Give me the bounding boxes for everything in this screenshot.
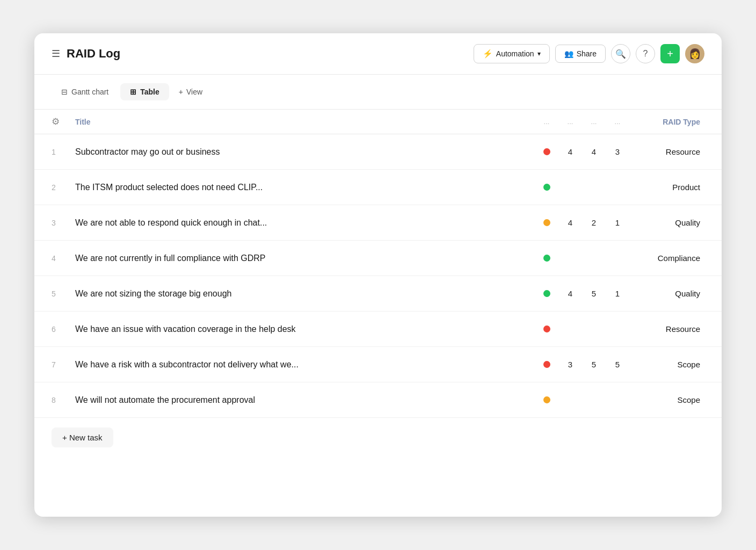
table-row[interactable]: 6 We have an issue with vacation coverag…: [34, 312, 722, 347]
row-number: 7: [52, 360, 75, 369]
row-val-1: 3: [558, 360, 582, 369]
bolt-icon: ⚡: [483, 49, 493, 59]
plus-icon: +: [667, 48, 673, 60]
share-button[interactable]: 👥 Share: [555, 45, 606, 63]
row-number: 4: [52, 254, 75, 263]
column-title: Title: [75, 118, 535, 126]
settings-icon[interactable]: ⚙: [52, 116, 75, 127]
row-title: We are not currently in full compliance …: [75, 254, 535, 263]
row-raid-type: Scope: [629, 360, 704, 369]
table-header: ⚙ Title ... ... ... ... RAID Type: [34, 110, 722, 134]
tab-table-label: Table: [140, 88, 159, 96]
row-number: 8: [52, 396, 75, 404]
row-status-dot: [535, 255, 558, 262]
table-row[interactable]: 2 The ITSM product selected does not nee…: [34, 170, 722, 205]
row-status-dot: [535, 148, 558, 155]
row-val-2: 5: [582, 289, 606, 298]
row-val-1: 4: [558, 218, 582, 227]
share-label: Share: [577, 49, 597, 58]
table-row[interactable]: 5 We are not sizing the storage big enou…: [34, 276, 722, 312]
row-number: 6: [52, 325, 75, 334]
tab-gantt-chart[interactable]: ⊟ Gantt chart: [52, 83, 118, 100]
status-indicator: [543, 290, 550, 297]
header: ☰ RAID Log ⚡ Automation ▾ 👥 Share 🔍 ? +: [34, 33, 722, 75]
header-left: ☰ RAID Log: [52, 47, 465, 61]
tab-gantt-label: Gantt chart: [71, 88, 108, 96]
table-row[interactable]: 4 We are not currently in full complianc…: [34, 241, 722, 276]
status-indicator: [543, 325, 550, 332]
row-val-2: 2: [582, 218, 606, 227]
row-title: We are not sizing the storage big enough: [75, 289, 535, 299]
row-val-3: 3: [606, 147, 629, 156]
add-view-button[interactable]: + View: [171, 83, 210, 100]
column-dots-2: ...: [558, 118, 582, 126]
column-raid-type: RAID Type: [629, 118, 704, 126]
row-title: Subcontractor may go out or business: [75, 147, 535, 157]
status-indicator: [543, 396, 550, 403]
row-title: We have an issue with vacation coverage …: [75, 324, 535, 334]
table-row[interactable]: 1 Subcontractor may go out or business 4…: [34, 134, 722, 170]
table-row[interactable]: 8 We will not automate the procurement a…: [34, 382, 722, 418]
table-area: ⚙ Title ... ... ... ... RAID Type 1 Subc…: [34, 110, 722, 460]
row-title: The ITSM product selected does not need …: [75, 183, 535, 192]
row-status-dot: [535, 219, 558, 226]
tabs-bar: ⊟ Gantt chart ⊞ Table + View: [34, 75, 722, 110]
chevron-down-icon: ▾: [537, 50, 541, 57]
row-val-3: 5: [606, 360, 629, 369]
status-indicator: [543, 148, 550, 155]
tab-view-label: View: [186, 88, 202, 96]
row-title: We have a risk with a subcontractor not …: [75, 360, 535, 370]
row-raid-type: Compliance: [629, 254, 704, 263]
new-task-button[interactable]: + New task: [52, 428, 113, 447]
row-number: 5: [52, 290, 75, 298]
table-row[interactable]: 3 We are not able to respond quick enoug…: [34, 205, 722, 241]
help-button[interactable]: ?: [636, 44, 655, 63]
row-title: We will not automate the procurement app…: [75, 395, 535, 405]
row-raid-type: Resource: [629, 147, 704, 156]
automation-label: Automation: [496, 49, 534, 58]
row-status-dot: [535, 396, 558, 403]
gantt-icon: ⊟: [61, 88, 68, 96]
row-status-dot: [535, 325, 558, 332]
search-icon: 🔍: [615, 49, 626, 59]
automation-button[interactable]: ⚡ Automation ▾: [474, 44, 550, 63]
page-title: RAID Log: [67, 47, 120, 61]
avatar[interactable]: 👩: [685, 44, 704, 63]
row-val-1: 4: [558, 289, 582, 298]
row-raid-type: Quality: [629, 289, 704, 298]
row-title: We are not able to respond quick enough …: [75, 218, 535, 228]
menu-icon[interactable]: ☰: [52, 48, 60, 60]
row-val-3: 1: [606, 218, 629, 227]
row-val-2: 5: [582, 360, 606, 369]
plus-view-icon: +: [179, 88, 183, 96]
row-raid-type: Product: [629, 183, 704, 192]
tab-table[interactable]: ⊞ Table: [120, 83, 169, 100]
share-person-icon: 👥: [564, 49, 573, 58]
status-indicator: [543, 255, 550, 262]
app-window: ☰ RAID Log ⚡ Automation ▾ 👥 Share 🔍 ? +: [34, 33, 722, 517]
avatar-image: 👩: [689, 48, 701, 60]
row-number: 2: [52, 183, 75, 192]
row-val-2: 4: [582, 147, 606, 156]
status-indicator: [543, 361, 550, 368]
row-raid-type: Quality: [629, 218, 704, 227]
column-dots-3: ...: [582, 118, 606, 126]
column-dots-1: ...: [535, 118, 558, 126]
search-button[interactable]: 🔍: [611, 44, 630, 63]
row-status-dot: [535, 361, 558, 368]
row-raid-type: Resource: [629, 324, 704, 334]
table-body: 1 Subcontractor may go out or business 4…: [34, 134, 722, 418]
status-indicator: [543, 219, 550, 226]
column-dots-4: ...: [606, 118, 629, 126]
table-row[interactable]: 7 We have a risk with a subcontractor no…: [34, 347, 722, 382]
help-icon: ?: [643, 49, 648, 59]
row-number: 3: [52, 219, 75, 227]
row-status-dot: [535, 184, 558, 191]
status-indicator: [543, 184, 550, 191]
row-val-1: 4: [558, 147, 582, 156]
header-right: ⚡ Automation ▾ 👥 Share 🔍 ? + 👩: [474, 44, 704, 63]
add-button[interactable]: +: [660, 44, 680, 63]
row-val-3: 1: [606, 289, 629, 298]
row-number: 1: [52, 148, 75, 156]
row-status-dot: [535, 290, 558, 297]
